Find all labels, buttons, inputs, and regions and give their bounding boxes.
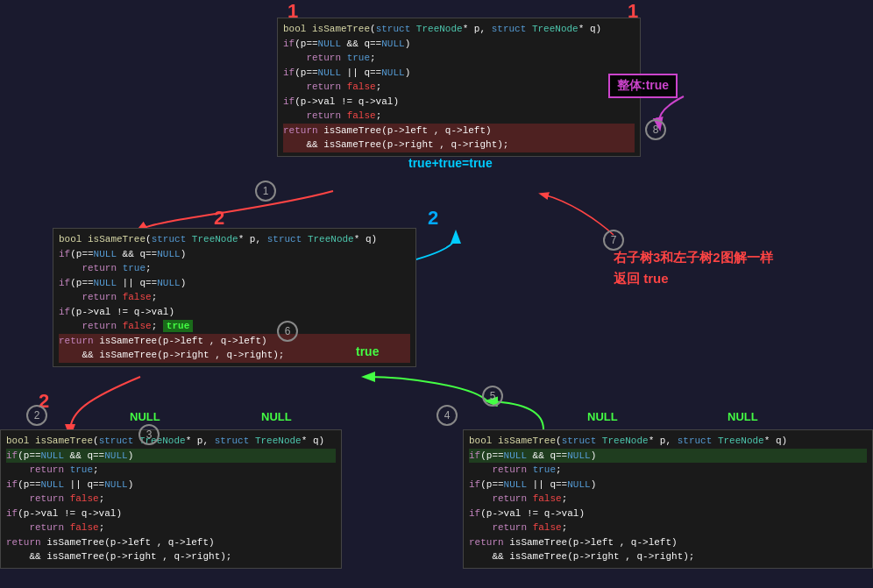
true-plus-label: true+true=true [408,156,493,170]
code-line: if(p->val != q->val) [6,507,336,521]
overall-true-label: 整体:true [617,78,669,92]
circle-4: 4 [436,405,458,426]
null-label-2: NULL [261,410,292,423]
code-line: return false; [283,109,635,124]
code-line: && isSameTree(p->right , q->right); [469,549,867,564]
code-line: if(p==NULL || q==NULL) [283,66,635,81]
code-line: bool isSameTree(struct TreeNode* p, stru… [469,434,867,449]
null-label-3: NULL [587,410,618,423]
label-num-1-left: 1 [287,0,298,23]
code-line: if(p->val != q->val) [283,95,635,110]
right-subtree-text: 右子树3和左子树2图解一样 返回 true [614,247,773,289]
code-line: return isSameTree(p->left , q->left) [6,535,336,550]
code-line: return false; [469,521,867,535]
code-line: bool isSameTree(struct TreeNode* p, stru… [59,232,410,247]
right-subtree-line2: 返回 true [614,268,773,289]
circle-3: 3 [138,424,160,445]
true-label-block2: true [356,344,379,358]
code-line: return false; [469,492,867,507]
circle-5: 5 [482,386,503,407]
code-line: bool isSameTree(struct TreeNode* p, stru… [6,434,336,449]
code-line: if(p==NULL && q==NULL) [283,37,635,52]
code-block-1: bool isSameTree(struct TreeNode* p, stru… [277,18,641,157]
code-line: if(p==NULL || q==NULL) [59,276,410,291]
code-line: bool isSameTree(struct TreeNode* p, stru… [283,22,635,37]
label-num-2-right-a: 2 [428,207,438,230]
code-line: if(p->val != q->val) [59,305,410,320]
code-line: return true; [59,261,410,276]
code-block-4: bool isSameTree(struct TreeNode* p, stru… [463,429,873,569]
code-line: return isSameTree(p->left , q->left) [469,535,867,550]
code-line: if(p->val != q->val) [469,507,867,521]
circle-8: 8 [645,119,666,140]
code-line: return true; [469,463,867,478]
code-line: return false; [6,492,336,507]
code-line: if(p==NULL && q==NULL) [469,449,867,464]
right-subtree-line1: 右子树3和左子树2图解一样 [614,247,773,268]
code-line: && isSameTree(p->right , q->right); [283,138,635,152]
code-line: return true; [6,463,336,478]
code-line: return false; [283,80,635,95]
overall-true-box: 整体:true [608,74,678,98]
code-line: return isSameTree(p->left , q->left) [283,124,635,138]
code-line: return false; [59,290,410,305]
code-line: if(p==NULL && q==NULL) [59,247,410,262]
circle-6: 6 [277,321,298,342]
code-line: return true; [283,51,635,66]
code-line: return false; [6,521,336,535]
null-label-1: NULL [130,410,160,423]
code-line: if(p==NULL || q==NULL) [469,478,867,492]
label-num-1-right: 1 [628,0,638,23]
label-num-2-left-a: 2 [214,207,224,230]
code-line: if(p==NULL || q==NULL) [6,478,336,492]
circle-7: 7 [603,230,624,251]
null-label-4: NULL [728,410,758,423]
code-line: && isSameTree(p->right , q->right); [6,549,336,564]
circle-2: 2 [26,405,47,426]
code-line: return false; true [59,319,410,334]
circle-1: 1 [255,181,276,202]
code-line: if(p==NULL && q==NULL) [6,449,336,464]
code-block-3: bool isSameTree(struct TreeNode* p, stru… [0,429,342,569]
